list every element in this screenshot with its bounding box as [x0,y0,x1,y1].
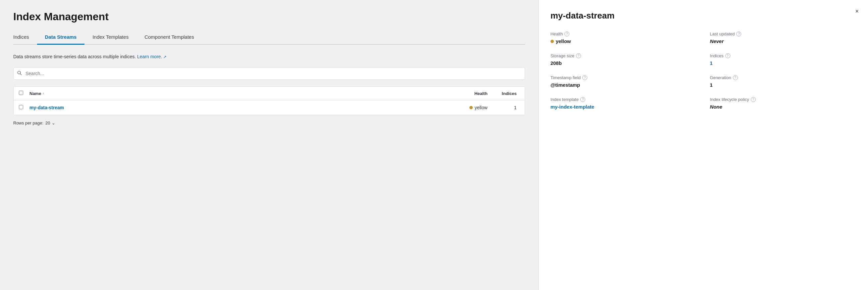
detail-panel-title: my-data-stream [551,10,856,21]
select-all-checkbox[interactable] [19,91,23,95]
info-grid: Health ? yellow Last updated ? Never Sto… [551,31,856,109]
info-label-lifecycle-policy: Index lifecycle policy ? [710,97,856,102]
info-label-timestamp: Timestamp field ? [551,75,697,80]
help-icon-generation[interactable]: ? [733,75,738,80]
info-cell-last-updated: Last updated ? Never [710,31,856,44]
info-value-storage-size: 208b [551,60,697,66]
help-icon-lifecycle-policy[interactable]: ? [751,97,756,102]
table-header: Name ↑ Health Indices [13,87,525,100]
header-checkbox-cell [19,91,26,96]
tab-indices[interactable]: Indices [13,31,37,45]
description: Data streams store time-series data acro… [13,54,525,59]
rows-per-page-select[interactable]: 20 ⌄ [45,121,55,126]
col-header-name[interactable]: Name ↑ [29,91,453,96]
info-value-last-updated: Never [710,38,856,44]
row-indices-cell: 1 [493,105,519,110]
search-icon [17,71,22,76]
col-header-health: Health [453,91,493,96]
rows-per-page: Rows per page: 20 ⌄ [13,121,525,126]
help-icon-timestamp[interactable]: ? [582,75,587,80]
help-icon-index-template[interactable]: ? [580,97,585,102]
tab-component-templates[interactable]: Component Templates [136,31,202,45]
info-cell-lifecycle-policy: Index lifecycle policy ? None [710,97,856,109]
search-container [13,67,525,80]
info-label-storage-size: Storage size ? [551,53,697,58]
health-dot-detail [551,40,554,43]
left-panel: Index Management Indices Data Streams In… [0,0,538,290]
info-label-health: Health ? [551,31,697,36]
info-value-lifecycle-policy: None [710,104,856,109]
info-value-indices: 1 [710,60,856,66]
tabs: Indices Data Streams Index Templates Com… [13,31,525,45]
info-value-timestamp: @timestamp [551,82,697,88]
indices-count-link[interactable]: 1 [710,60,712,66]
info-value-health: yellow [551,38,697,44]
info-cell-timestamp: Timestamp field ? @timestamp [551,75,697,88]
data-stream-name-link[interactable]: my-data-stream [29,105,453,110]
detail-panel: × my-data-stream Health ? yellow Last up… [538,0,868,290]
help-icon-health[interactable]: ? [564,31,569,36]
tab-index-templates[interactable]: Index Templates [85,31,136,45]
col-header-indices: Indices [493,91,519,96]
table-row: my-data-stream yellow 1 [13,100,525,115]
info-label-generation: Generation ? [710,75,856,80]
sort-icon: ↑ [42,92,44,95]
info-cell-health: Health ? yellow [551,31,697,44]
svg-line-1 [20,74,22,75]
index-template-link[interactable]: my-index-template [551,104,594,109]
help-icon-indices[interactable]: ? [725,53,730,58]
learn-more-link[interactable]: Learn more. [137,54,166,59]
info-value-generation: 1 [710,82,856,88]
row-select-checkbox[interactable] [19,105,23,109]
info-label-index-template: Index template ? [551,97,697,102]
tab-data-streams[interactable]: Data Streams [37,31,85,45]
info-cell-storage-size: Storage size ? 208b [551,53,697,66]
health-indicator [469,106,473,109]
search-input[interactable] [13,67,525,80]
page-title: Index Management [13,10,525,23]
row-name-cell: my-data-stream [29,105,453,110]
info-cell-generation: Generation ? 1 [710,75,856,88]
info-value-index-template: my-index-template [551,104,697,109]
info-cell-index-template: Index template ? my-index-template [551,97,697,109]
row-checkbox-cell [19,105,26,110]
info-label-indices: Indices ? [710,53,856,58]
info-label-last-updated: Last updated ? [710,31,856,36]
info-cell-indices: Indices ? 1 [710,53,856,66]
row-health-cell: yellow [453,105,493,110]
help-icon-storage-size[interactable]: ? [576,53,581,58]
chevron-down-icon: ⌄ [52,121,55,126]
close-button[interactable]: × [852,7,861,16]
help-icon-last-updated[interactable]: ? [736,31,741,36]
data-streams-table: Name ↑ Health Indices my-data-stream yel… [13,87,525,115]
